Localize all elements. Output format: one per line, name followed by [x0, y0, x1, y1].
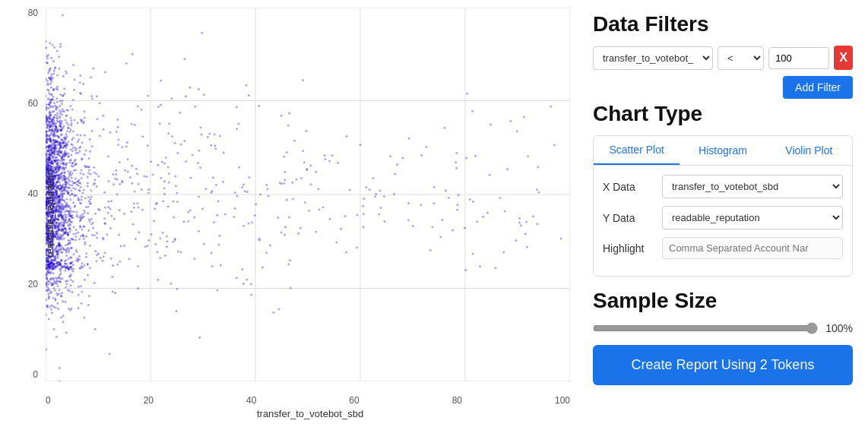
- svg-point-2245: [536, 188, 538, 191]
- svg-point-2231: [356, 246, 358, 248]
- svg-point-2148: [68, 155, 70, 157]
- svg-point-2312: [525, 220, 527, 223]
- svg-point-1917: [303, 161, 306, 163]
- svg-point-2305: [286, 151, 288, 153]
- svg-point-1821: [99, 102, 101, 104]
- svg-point-2057: [233, 216, 235, 218]
- svg-point-1891: [134, 191, 136, 193]
- svg-point-2065: [84, 110, 86, 112]
- svg-point-1796: [68, 249, 70, 251]
- svg-point-2145: [236, 277, 238, 279]
- remove-filter-button[interactable]: X: [834, 46, 853, 70]
- tab-histogram[interactable]: Histogram: [680, 136, 765, 165]
- svg-point-1794: [62, 100, 64, 102]
- chart-type-tabs: Scatter Plot Histogram Violin Plot: [594, 136, 852, 166]
- svg-point-487: [56, 302, 59, 305]
- svg-point-1531: [65, 331, 68, 334]
- svg-point-1937: [166, 235, 168, 237]
- filter-field-select[interactable]: transfer_to_votebot_: [593, 46, 713, 70]
- svg-point-1943: [150, 233, 153, 236]
- svg-point-535: [70, 124, 72, 126]
- svg-point-1569: [84, 212, 86, 214]
- svg-point-1240: [80, 186, 82, 188]
- svg-point-2139: [144, 175, 146, 177]
- svg-point-2413: [52, 267, 55, 270]
- svg-point-1922: [74, 195, 76, 198]
- svg-point-1112: [52, 72, 55, 74]
- svg-point-1413: [79, 172, 81, 175]
- svg-point-2211: [159, 257, 161, 259]
- svg-point-1184: [54, 298, 56, 300]
- svg-point-2013: [91, 145, 93, 147]
- svg-point-1760: [65, 214, 68, 216]
- svg-point-2052: [67, 243, 69, 245]
- y-tick-80: 80: [28, 8, 38, 18]
- svg-point-1318: [46, 286, 49, 288]
- svg-point-299: [57, 285, 59, 287]
- svg-point-1839: [104, 207, 106, 209]
- svg-point-1938: [59, 150, 61, 153]
- svg-point-2133: [246, 279, 248, 281]
- tab-scatter-plot[interactable]: Scatter Plot: [594, 136, 680, 165]
- create-report-button[interactable]: Create Report Using 2 Tokens: [593, 345, 853, 385]
- svg-point-2311: [331, 154, 334, 157]
- svg-point-1828: [250, 293, 252, 296]
- svg-point-2006: [52, 152, 55, 154]
- svg-point-1965: [189, 209, 192, 211]
- svg-point-766: [59, 155, 62, 157]
- svg-point-1719: [81, 214, 84, 216]
- svg-point-1994: [198, 88, 200, 90]
- svg-point-1878: [112, 264, 114, 267]
- svg-point-2279: [448, 197, 450, 199]
- sample-size-slider[interactable]: [593, 322, 818, 334]
- svg-point-1385: [74, 119, 76, 121]
- svg-point-1503: [112, 183, 115, 185]
- svg-point-135: [65, 133, 67, 135]
- y-data-select[interactable]: readable_reputation: [662, 206, 843, 229]
- svg-point-2313: [433, 186, 436, 188]
- svg-point-2121: [80, 219, 82, 221]
- svg-point-371: [65, 72, 68, 74]
- svg-point-2137: [76, 134, 78, 136]
- x-data-select[interactable]: transfer_to_votebot_sbd: [662, 175, 843, 198]
- svg-point-2425: [47, 260, 49, 262]
- filter-operator-select[interactable]: < > =: [718, 46, 764, 70]
- svg-point-540: [62, 75, 65, 77]
- svg-point-1988: [174, 142, 176, 144]
- svg-point-2081: [217, 200, 220, 202]
- svg-point-2341: [476, 220, 478, 223]
- svg-point-2351: [242, 183, 245, 185]
- svg-point-1582: [71, 246, 73, 248]
- svg-point-2075: [75, 147, 78, 150]
- svg-point-1744: [64, 138, 66, 141]
- svg-point-2046: [115, 169, 117, 172]
- svg-point-1209: [70, 117, 72, 119]
- svg-point-2219: [472, 201, 474, 203]
- svg-point-587: [49, 42, 51, 44]
- svg-point-1848: [172, 241, 174, 243]
- svg-point-2166: [94, 213, 97, 215]
- filter-value-input[interactable]: [768, 47, 829, 69]
- svg-point-1950: [93, 282, 96, 284]
- svg-point-1517: [87, 212, 89, 214]
- svg-point-2348: [439, 236, 442, 238]
- svg-point-2004: [59, 122, 62, 125]
- svg-point-1915: [80, 202, 82, 204]
- svg-point-1995: [198, 150, 201, 152]
- svg-point-1375: [52, 284, 54, 286]
- svg-point-1265: [57, 161, 59, 163]
- svg-point-1758: [52, 272, 55, 274]
- svg-point-1980: [91, 130, 93, 132]
- svg-point-1281: [81, 302, 83, 305]
- add-filter-button[interactable]: Add Filter: [783, 76, 853, 99]
- svg-point-1221: [72, 64, 74, 66]
- highlight-input[interactable]: [662, 237, 843, 259]
- svg-point-1886: [250, 283, 252, 285]
- svg-point-1949: [89, 202, 91, 204]
- tab-violin-plot[interactable]: Violin Plot: [766, 136, 852, 165]
- svg-point-1147: [47, 83, 49, 85]
- svg-point-1194: [48, 318, 50, 320]
- svg-point-1562: [85, 206, 87, 208]
- svg-point-1682: [69, 242, 71, 244]
- svg-point-1783: [61, 120, 63, 122]
